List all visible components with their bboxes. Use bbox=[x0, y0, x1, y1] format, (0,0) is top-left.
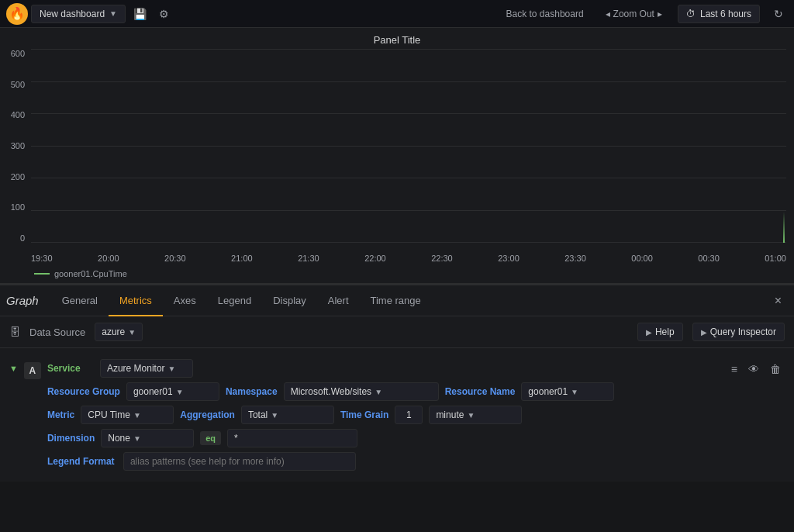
row-actions: ≡ 👁 🗑 bbox=[727, 359, 785, 378]
metric-value: CPU Time bbox=[88, 409, 130, 420]
time-grain-unit-value: minute bbox=[436, 409, 464, 420]
service-row: Service Azure Monitor ▼ bbox=[47, 359, 721, 378]
legend-format-input[interactable] bbox=[123, 452, 356, 471]
x-label: 22:30 bbox=[431, 254, 453, 263]
row-menu-button[interactable]: ≡ bbox=[727, 361, 741, 378]
aggregation-label: Aggregation bbox=[180, 409, 235, 420]
time-grain-number-input[interactable] bbox=[395, 406, 423, 424]
x-label: 00:00 bbox=[631, 254, 653, 263]
y-axis: 600 500 400 300 200 100 0 bbox=[0, 49, 28, 243]
tab-time-range[interactable]: Time range bbox=[360, 285, 432, 316]
resource-group-label: Resource Group bbox=[47, 386, 120, 397]
tab-alert-label: Alert bbox=[328, 295, 349, 306]
time-grain-unit-select[interactable]: minute ▼ bbox=[429, 406, 522, 424]
logo-icon: 🔥 bbox=[9, 6, 25, 21]
panel-tab-header: Graph General Metrics Axes Legend Displa… bbox=[0, 285, 794, 316]
grafana-logo[interactable]: 🔥 bbox=[6, 3, 28, 25]
resource-name-value: gooner01 bbox=[528, 386, 568, 397]
close-editor-button[interactable]: × bbox=[768, 291, 788, 311]
help-button[interactable]: ▶ Help bbox=[637, 323, 683, 341]
metric-select[interactable]: CPU Time ▼ bbox=[81, 406, 174, 424]
legend-format-label: Legend Format bbox=[47, 456, 117, 467]
row-delete-button[interactable]: 🗑 bbox=[766, 361, 785, 378]
y-label-500: 500 bbox=[11, 80, 25, 89]
back-label: Back to dashboard bbox=[506, 9, 584, 19]
x-label: 21:00 bbox=[231, 254, 253, 263]
grid-line bbox=[31, 146, 786, 147]
legend-item-label: gooner01.CpuTime bbox=[54, 269, 127, 278]
resource-row: Resource Group gooner01 ▼ Namespace Micr… bbox=[47, 382, 721, 401]
dimension-select[interactable]: None ▼ bbox=[101, 429, 194, 447]
menu-icon: ≡ bbox=[731, 363, 737, 375]
ns-caret-icon: ▼ bbox=[375, 388, 382, 396]
row-eye-button[interactable]: 👁 bbox=[744, 361, 763, 378]
aggregation-select[interactable]: Total ▼ bbox=[241, 406, 334, 424]
left-arrow-icon: ◂ bbox=[606, 9, 610, 19]
tab-metrics[interactable]: Metrics bbox=[109, 285, 163, 316]
service-select[interactable]: Azure Monitor ▼ bbox=[100, 359, 193, 378]
tab-time-range-label: Time range bbox=[371, 295, 421, 306]
tab-general-label: General bbox=[62, 295, 98, 306]
y-label-200: 200 bbox=[11, 172, 25, 181]
chart-spike bbox=[783, 212, 785, 243]
tab-list: General Metrics Axes Legend Display Aler… bbox=[51, 285, 768, 316]
help-label: Help bbox=[655, 326, 675, 337]
database-icon: 🗄 bbox=[9, 326, 20, 338]
resource-group-select[interactable]: gooner01 ▼ bbox=[126, 382, 219, 401]
legend-format-row: Legend Format bbox=[47, 452, 721, 471]
tab-legend[interactable]: Legend bbox=[207, 285, 262, 316]
agg-caret-icon: ▼ bbox=[271, 411, 278, 420]
y-label-600: 600 bbox=[11, 49, 25, 58]
metric-row: Metric CPU Time ▼ Aggregation Total ▼ Ti… bbox=[47, 406, 721, 424]
rg-caret-icon: ▼ bbox=[176, 388, 184, 396]
zoom-out-button[interactable]: ◂ Zoom Out ▸ bbox=[599, 5, 668, 22]
grid-line bbox=[31, 81, 786, 82]
row-id-badge: A bbox=[24, 362, 41, 379]
data-source-select[interactable]: azure ▼ bbox=[95, 323, 143, 341]
refresh-button[interactable]: ↻ bbox=[769, 5, 788, 23]
trash-icon: 🗑 bbox=[770, 363, 781, 375]
metric-label: Metric bbox=[47, 409, 74, 420]
chart-container: Panel Title 600 500 400 300 200 100 0 19… bbox=[0, 28, 794, 284]
grid-line bbox=[31, 113, 786, 114]
y-label-0: 0 bbox=[20, 233, 25, 243]
close-icon: × bbox=[775, 294, 782, 307]
x-label: 19:30 bbox=[31, 254, 53, 263]
save-button[interactable]: 💾 bbox=[129, 5, 151, 23]
chart-title: Panel Title bbox=[0, 34, 794, 46]
x-label: 01:00 bbox=[765, 254, 786, 263]
resource-name-select[interactable]: gooner01 ▼ bbox=[521, 382, 614, 401]
tab-alert[interactable]: Alert bbox=[317, 285, 360, 316]
settings-button[interactable]: ⚙ bbox=[154, 5, 174, 23]
y-label-400: 400 bbox=[11, 110, 25, 119]
zoom-out-label: Zoom Out bbox=[613, 9, 654, 19]
back-to-dashboard-button[interactable]: Back to dashboard bbox=[500, 5, 590, 22]
namespace-select[interactable]: Microsoft.Web/sites ▼ bbox=[284, 382, 439, 401]
dimension-label: Dimension bbox=[47, 433, 95, 444]
eq-value-input[interactable] bbox=[227, 429, 357, 447]
nav-left: 🔥 New dashboard ▼ 💾 ⚙ bbox=[6, 3, 174, 25]
tab-legend-label: Legend bbox=[218, 295, 251, 306]
time-range-label: Last 6 hours bbox=[700, 9, 751, 19]
query-inspector-button[interactable]: ▶ Query Inspector bbox=[692, 323, 785, 341]
tab-general[interactable]: General bbox=[51, 285, 109, 316]
dashboard-label: New dashboard bbox=[40, 9, 105, 19]
query-bar: 🗄 Data Source azure ▼ ▶ Help ▶ Query Ins… bbox=[0, 316, 794, 348]
query-rows: ▼ A Service Azure Monitor ▼ Resource Gro… bbox=[0, 348, 794, 482]
tab-metrics-label: Metrics bbox=[119, 295, 152, 306]
time-range-picker[interactable]: ⏱ Last 6 hours bbox=[678, 5, 760, 23]
data-source-value: azure bbox=[102, 326, 125, 337]
time-grain-label: Time Grain bbox=[340, 409, 388, 420]
tab-display-label: Display bbox=[273, 295, 306, 306]
query-inspector-label: Query Inspector bbox=[710, 326, 776, 337]
tab-display[interactable]: Display bbox=[262, 285, 317, 316]
x-label: 23:30 bbox=[564, 254, 586, 263]
x-label: 20:30 bbox=[164, 254, 186, 263]
tab-axes[interactable]: Axes bbox=[163, 285, 207, 316]
chart-grid bbox=[31, 49, 786, 243]
row-toggle-icon[interactable]: ▼ bbox=[9, 359, 18, 373]
dashboard-dropdown[interactable]: New dashboard ▼ bbox=[31, 5, 126, 23]
top-nav: 🔥 New dashboard ▼ 💾 ⚙ Back to dashboard … bbox=[0, 0, 794, 28]
save-icon: 💾 bbox=[133, 8, 147, 20]
x-label: 22:00 bbox=[364, 254, 386, 263]
